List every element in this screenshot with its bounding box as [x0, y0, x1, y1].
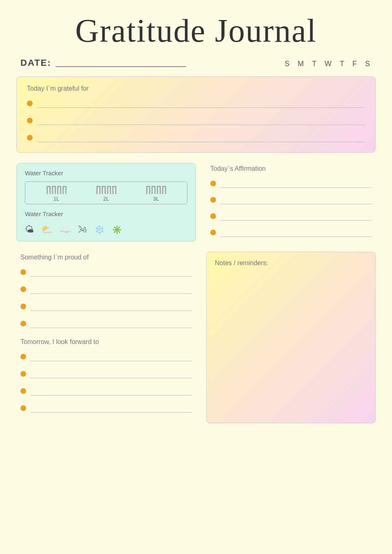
grateful-lines: [27, 100, 365, 142]
notes-title: Notes / reminders:: [215, 259, 367, 267]
bullet-dot-3: [27, 135, 33, 141]
day-m: M: [298, 60, 305, 68]
notes-section: Notes / reminders:: [206, 252, 376, 423]
day-t1: T: [312, 60, 318, 68]
glass-group-3l: 3L: [146, 186, 166, 202]
tick-11[interactable]: [157, 186, 161, 194]
proud-line-2: [20, 286, 192, 294]
glass-label-2l: 2L: [103, 196, 109, 202]
affirmation-dot-1: [210, 181, 216, 186]
grateful-line-3: [27, 134, 365, 142]
days-row: S M T W T F S: [285, 60, 372, 68]
ticks-3l: [146, 186, 166, 194]
proud-dot-4: [20, 321, 26, 326]
notes-area[interactable]: [215, 271, 367, 414]
tomorrow-line-3: [20, 387, 192, 395]
grateful-write-1[interactable]: [37, 100, 365, 108]
weather-sunny-icon[interactable]: 🌤: [25, 224, 34, 235]
weather-cloud-icon[interactable]: ☁️: [60, 224, 71, 235]
tomorrow-lines: [20, 353, 192, 413]
affirmation-write-2[interactable]: [220, 196, 372, 204]
water-tracker-box: Water Tracker 1L 2L: [16, 163, 196, 241]
grateful-label: Today I`m grateful for: [27, 85, 365, 92]
grateful-write-2[interactable]: [37, 117, 365, 125]
weather-snow-icon[interactable]: ❄️: [94, 225, 105, 235]
proud-write-1[interactable]: [30, 268, 192, 277]
grateful-write-3[interactable]: [37, 134, 365, 142]
date-input-line[interactable]: [56, 66, 186, 67]
bullet-dot-1: [27, 101, 33, 106]
tomorrow-write-1[interactable]: [30, 353, 192, 361]
affirmation-dot-4: [210, 230, 216, 235]
affirmation-line-4: [210, 229, 372, 237]
ticks-1l: [47, 186, 67, 194]
tomorrow-title: Tomorrow, I look forward to: [20, 338, 192, 346]
tomorrow-write-2[interactable]: [30, 370, 192, 378]
tick-3[interactable]: [57, 186, 61, 194]
proud-title: Something I`m proud of: [20, 254, 192, 261]
ticks-2l: [96, 186, 116, 194]
tomorrow-dot-2: [20, 371, 26, 377]
tomorrow-line-4: [20, 404, 192, 413]
proud-lines: [20, 268, 192, 328]
tick-7[interactable]: [107, 186, 111, 194]
bullet-dot-2: [27, 118, 33, 123]
affirmation-line-2: [210, 196, 372, 204]
water-tracker-title: Water Tracker: [25, 170, 187, 176]
day-s2: S: [365, 60, 372, 68]
grateful-section: Today I`m grateful for: [16, 76, 376, 153]
affirmation-write-1[interactable]: [220, 180, 372, 188]
day-s1: S: [285, 60, 291, 68]
page-title: Gratitude Journal: [16, 12, 376, 49]
day-t2: T: [340, 60, 346, 68]
grateful-line-1: [27, 100, 365, 108]
tick-1[interactable]: [47, 186, 51, 194]
middle-row: Water Tracker 1L 2L: [16, 163, 376, 241]
affirmation-line-1: [210, 180, 372, 188]
affirmation-title: Today`s Affirmation: [210, 165, 372, 172]
affirmation-dot-2: [210, 197, 216, 203]
affirmation-lines: [210, 180, 372, 237]
proud-write-3[interactable]: [30, 303, 192, 311]
proud-line-4: [20, 320, 192, 328]
tomorrow-dot-1: [20, 354, 26, 360]
tomorrow-line-1: [20, 353, 192, 361]
proud-dot-2: [20, 286, 26, 292]
date-row: DATE: S M T W T F S: [16, 58, 376, 68]
tomorrow-dot-4: [20, 405, 26, 411]
tick-10[interactable]: [151, 186, 156, 194]
day-w: W: [325, 60, 333, 68]
tomorrow-write-3[interactable]: [30, 387, 192, 395]
affirmation-line-3: [210, 212, 372, 221]
proud-write-4[interactable]: [30, 320, 192, 328]
water-tracker-title-2: Water Tracker: [25, 210, 187, 217]
tick-6[interactable]: [102, 186, 106, 194]
tomorrow-line-2: [20, 370, 192, 378]
tomorrow-write-4[interactable]: [30, 404, 192, 413]
affirmation-write-3[interactable]: [220, 212, 372, 221]
glass-group-1l: 1L: [47, 186, 67, 202]
weather-wind-icon[interactable]: 🌬: [78, 224, 87, 235]
tick-5[interactable]: [96, 186, 100, 194]
weather-row: 🌤 ⛅ ☁️ 🌬 ❄️ ✳️: [25, 222, 187, 235]
tick-8[interactable]: [112, 186, 116, 194]
glass-label-1l: 1L: [53, 196, 59, 202]
proud-write-2[interactable]: [30, 286, 192, 294]
tick-4[interactable]: [62, 186, 67, 194]
day-f: F: [352, 60, 359, 68]
proud-dot-3: [20, 304, 26, 309]
tick-2[interactable]: [52, 186, 56, 194]
tomorrow-dot-3: [20, 388, 26, 394]
bottom-row: Something I`m proud of Tomorrow, I look …: [16, 252, 376, 423]
affirmation-dot-3: [210, 213, 216, 219]
tick-9[interactable]: [146, 186, 150, 194]
affirmation-section: Today`s Affirmation: [206, 163, 376, 241]
proud-dot-1: [20, 269, 26, 275]
proud-line-3: [20, 303, 192, 311]
affirmation-write-4[interactable]: [220, 229, 372, 237]
weather-cloudy-icon[interactable]: ⛅: [41, 224, 52, 235]
date-label: DATE:: [20, 58, 51, 68]
weather-star-icon[interactable]: ✳️: [112, 225, 122, 235]
tick-12[interactable]: [162, 186, 166, 194]
grateful-line-2: [27, 117, 365, 125]
